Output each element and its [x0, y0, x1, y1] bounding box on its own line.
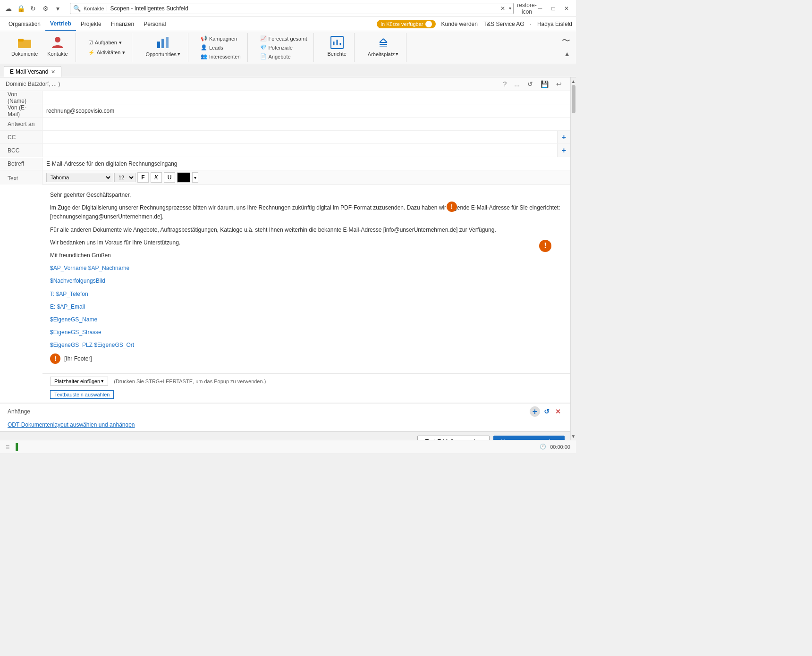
var2-text: $NachverfolgungsBild — [50, 277, 563, 286]
bold-btn[interactable]: F — [137, 172, 149, 183]
placeholder-insert-btn[interactable]: Platzhalter einfügen ▾ — [50, 377, 108, 386]
ribbon-dokumente-btn[interactable]: Dokumente — [8, 33, 42, 59]
von-email-value[interactable]: rechnung@scopevisio.com — [42, 104, 570, 117]
color-dropdown-btn[interactable]: ▾ — [192, 172, 198, 183]
tasks-icon: ☑ — [88, 40, 93, 46]
help-btn[interactable]: ? — [500, 79, 510, 89]
italic-btn[interactable]: K — [151, 172, 162, 183]
window-controls: restore-icon ─ □ ✕ — [521, 3, 572, 14]
text-color-btn[interactable] — [177, 172, 190, 183]
menu-vertrieb[interactable]: Vertrieb — [45, 17, 76, 31]
bcc-value[interactable] — [42, 144, 557, 157]
antwort-an-label: Antwort an — [0, 118, 42, 130]
folder-icon — [17, 35, 32, 50]
betreff-value[interactable]: E-Mail-Adresse für den digitalen Rechnun… — [42, 158, 570, 169]
ribbon-forecast-btn[interactable]: 📈 Forecast gesamt — [257, 34, 310, 42]
refresh-form-btn[interactable]: ↺ — [524, 79, 536, 89]
ribbon-interessenten-btn[interactable]: 👥 Interessenten — [198, 52, 244, 60]
time-display: 00:00:00 — [550, 444, 570, 450]
ribbon-angebote-btn[interactable]: 📄 Angebote — [257, 52, 310, 60]
dropdown-icon[interactable]: ▾ — [53, 4, 62, 13]
cc-label: CC — [0, 131, 42, 143]
attachment-link[interactable]: ODT-Dokumentenlayout auswählen und anhän… — [8, 421, 135, 428]
waveform-icon: 〜 — [562, 35, 570, 46]
svg-line-11 — [380, 39, 383, 42]
attach-remove-btn[interactable]: ✕ — [553, 407, 563, 416]
von-name-value[interactable] — [42, 91, 570, 104]
menu-finanzen[interactable]: Finanzen — [106, 17, 139, 31]
footer-warning-icon: ! — [50, 353, 60, 364]
toggle-indicator — [425, 21, 432, 27]
test-email-btn[interactable]: Test E-Mail versenden — [417, 436, 490, 440]
titlebar-app-icons: ☁ 🔒 ↻ ⚙ ▾ — [4, 4, 62, 13]
settings-icon[interactable]: ⚙ — [41, 4, 50, 13]
scroll-down-arrow[interactable]: ▼ — [571, 432, 576, 440]
search-clear-btn[interactable]: ✕ — [499, 5, 507, 12]
email-versand-tab[interactable]: E-Mail Versand ✕ — [4, 66, 61, 77]
von-email-label: Von (E-Mail) — [0, 104, 42, 117]
menu-organisation[interactable]: Organisation — [4, 17, 45, 31]
statusbar-chart-icon[interactable]: ≡ — [6, 443, 9, 451]
email-body: Sehr geehrter Geschäftspartner, im Zuge … — [42, 185, 570, 373]
attach-refresh-btn[interactable]: ↺ — [542, 407, 551, 416]
von-name-input[interactable] — [46, 94, 567, 101]
search-dropdown-btn[interactable]: ▾ — [507, 6, 513, 11]
menu-personal[interactable]: Personal — [139, 17, 170, 31]
back-btn[interactable]: ↩ — [553, 79, 565, 89]
bcc-add-btn[interactable]: + — [557, 144, 570, 157]
cc-value[interactable] — [42, 131, 557, 143]
attachments-label: Anhänge — [8, 408, 50, 415]
save-btn[interactable]: 💾 — [538, 79, 551, 89]
arbeitsplatz-icon — [376, 35, 391, 50]
close-btn[interactable]: ✕ — [561, 3, 572, 14]
ribbon-kontakte-btn[interactable]: Kontakte — [43, 33, 71, 59]
ribbon-kampagnen-btn[interactable]: 📢 Kampagnen — [198, 34, 244, 42]
action-bar: Test E-Mail versenden Kampagne versenden — [0, 431, 570, 440]
search-text[interactable]: Scopen - Intelligentes Suchfeld — [110, 5, 499, 12]
underline-btn[interactable]: U — [164, 172, 175, 183]
ribbon-aktivitaeten-btn[interactable]: ⚡ Aktivitäten ▾ — [85, 49, 128, 57]
availability-badge[interactable]: In Kürze verfügbar — [377, 20, 436, 28]
antwort-an-input[interactable] — [46, 121, 567, 127]
bcc-input[interactable] — [46, 147, 553, 154]
cc-input[interactable] — [46, 134, 553, 141]
tab-close-btn[interactable]: ✕ — [51, 69, 55, 75]
text-format-toolbar: Tahoma 12 F K U ▾ — [42, 170, 570, 185]
textbaustein-row: Textbaustein auswählen — [42, 388, 570, 403]
menu-projekte[interactable]: Projekte — [76, 17, 106, 31]
ribbon-berichte-btn[interactable]: Berichte — [323, 33, 350, 59]
activities-icon: ⚡ — [88, 50, 95, 56]
more-btn[interactable]: ... — [511, 79, 523, 89]
minimize-btn[interactable]: ─ — [534, 3, 546, 14]
kunde-werden-link[interactable]: Kunde werden — [441, 21, 478, 27]
search-bar[interactable]: 🔍 Kontakte Scopen - Intelligentes Suchfe… — [70, 3, 514, 14]
ribbon-collapse-btn[interactable]: ▲ — [562, 48, 572, 59]
von-name-label: Von (Name) — [0, 91, 42, 104]
statusbar-bar-icon[interactable]: ▐ — [13, 443, 18, 451]
cc-add-btn[interactable]: + — [557, 131, 570, 143]
antwort-an-row: Antwort an — [0, 118, 570, 131]
ribbon-group-sales: 📈 Forecast gesamt 💎 Potenziale 📄 Angebot… — [254, 33, 314, 62]
maximize-btn[interactable]: □ — [548, 3, 559, 14]
cc-row: CC + — [0, 131, 570, 144]
restore-btn[interactable]: restore-icon — [521, 3, 533, 14]
ribbon-potenziale-btn[interactable]: 💎 Potenziale — [257, 43, 310, 51]
antwort-an-value[interactable] — [42, 118, 570, 130]
font-select[interactable]: Tahoma — [46, 173, 112, 182]
von-name-row: Von (Name) — [0, 91, 570, 104]
ribbon-leads-btn[interactable]: 👤 Leads — [198, 43, 244, 51]
refresh-icon[interactable]: ↻ — [28, 4, 38, 13]
ribbon-arbeitsplatz-btn[interactable]: Arbeitsplatz ▾ — [364, 33, 402, 59]
interessenten-icon: 👥 — [201, 53, 207, 59]
user-name[interactable]: Hadya Eisfeld — [537, 21, 572, 27]
scroll-up-arrow[interactable]: ▲ — [571, 77, 576, 85]
ribbon-opportunities-btn[interactable]: Opportunities ▾ — [142, 33, 184, 59]
size-select[interactable]: 12 — [114, 173, 135, 182]
von-email-row: Von (E-Mail) rechnung@scopevisio.com — [0, 104, 570, 118]
attach-add-btn[interactable]: + — [530, 406, 540, 417]
send-kampagne-btn[interactable]: Kampagne versenden — [493, 436, 565, 440]
ribbon-group-marketing: 📢 Kampagnen 👤 Leads 👥 Interessenten — [194, 33, 248, 62]
ribbon-aufgaben-btn[interactable]: ☑ Aufgaben ▾ — [85, 39, 128, 47]
scroll-track[interactable] — [571, 85, 576, 432]
textbaustein-btn[interactable]: Textbaustein auswählen — [50, 390, 114, 399]
